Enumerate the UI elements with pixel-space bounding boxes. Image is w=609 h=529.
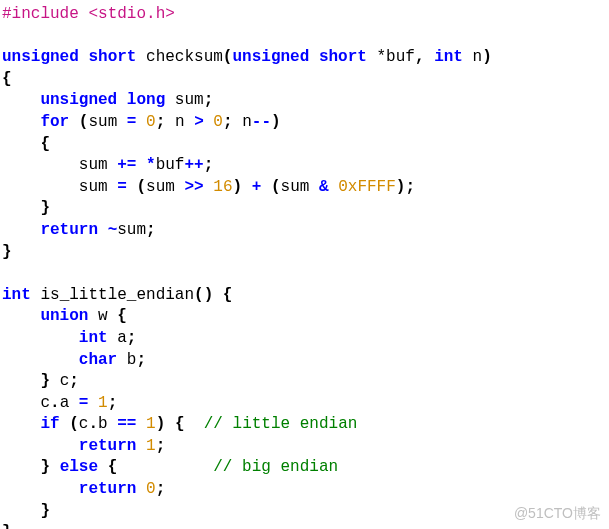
var-n: n (242, 113, 252, 131)
fn-is-little-endian: is_little_endian (40, 286, 194, 304)
field-b: b (98, 415, 108, 433)
var-a: a (117, 329, 127, 347)
lit-zero: 0 (146, 480, 156, 498)
lit-hex-ffff: 0xFFFF (338, 178, 396, 196)
kw-int: int (2, 286, 31, 304)
op-assign: = (79, 394, 89, 412)
kw-short: short (319, 48, 367, 66)
code-block: #include <stdio.h> unsigned short checks… (0, 0, 609, 529)
lit-16: 16 (213, 178, 232, 196)
kw-short: short (88, 48, 136, 66)
lit-one: 1 (146, 415, 156, 433)
var-sum: sum (88, 113, 117, 131)
op-assign: = (127, 113, 137, 131)
kw-union: union (40, 307, 88, 325)
kw-for: for (40, 113, 69, 131)
kw-int: int (79, 329, 108, 347)
op-not: ~ (108, 221, 118, 239)
param-buf: *buf (377, 48, 415, 66)
lit-zero: 0 (213, 113, 223, 131)
var-sum: sum (281, 178, 310, 196)
lit-one: 1 (98, 394, 108, 412)
kw-return: return (79, 480, 137, 498)
kw-else: else (60, 458, 98, 476)
lit-one: 1 (146, 437, 156, 455)
kw-unsigned: unsigned (40, 91, 117, 109)
comment-big-endian: // big endian (213, 458, 338, 476)
kw-if: if (40, 415, 59, 433)
pp-include: #include (2, 5, 79, 23)
op-plus-assign: += (117, 156, 136, 174)
var-sum: sum (146, 178, 175, 196)
var-c: c (79, 415, 89, 433)
op-shr: >> (184, 178, 203, 196)
var-c: c (40, 394, 50, 412)
kw-long: long (127, 91, 165, 109)
op-deref: * (146, 156, 156, 174)
var-buf: buf (156, 156, 185, 174)
var-sum: sum (117, 221, 146, 239)
kw-return: return (79, 437, 137, 455)
lit-zero: 0 (146, 113, 156, 131)
op-eqeq: == (117, 415, 136, 433)
op-dot: . (50, 394, 60, 412)
var-n: n (175, 113, 185, 131)
kw-int: int (434, 48, 463, 66)
union-name: w (98, 307, 108, 325)
var-sum: sum (175, 91, 204, 109)
op-dec: -- (252, 113, 271, 131)
kw-unsigned: unsigned (232, 48, 309, 66)
pp-header: <stdio.h> (88, 5, 174, 23)
op-gt: > (194, 113, 204, 131)
fn-checksum: checksum (146, 48, 223, 66)
op-inc: ++ (184, 156, 203, 174)
var-c: c (60, 372, 70, 390)
op-plus: + (252, 178, 262, 196)
field-a: a (60, 394, 70, 412)
kw-unsigned: unsigned (2, 48, 79, 66)
op-dot: . (88, 415, 98, 433)
kw-char: char (79, 351, 117, 369)
op-and: & (319, 178, 329, 196)
var-sum: sum (79, 156, 108, 174)
var-b: b (127, 351, 137, 369)
var-sum: sum (79, 178, 108, 196)
kw-return: return (40, 221, 98, 239)
op-assign: = (117, 178, 127, 196)
comment-little-endian: // little endian (204, 415, 358, 433)
param-n: n (473, 48, 483, 66)
